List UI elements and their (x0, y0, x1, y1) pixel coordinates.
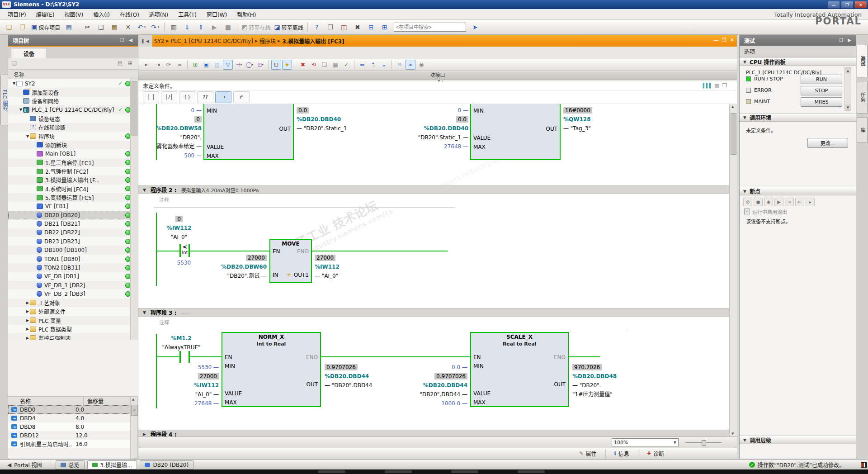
ladder-canvas[interactable]: 西门子工业 技术论坛 support.industry.siemens.com/… (138, 104, 730, 436)
menu-p[interactable]: 项目(P) (3, 9, 31, 19)
pin-out[interactable]: OUT (554, 381, 566, 388)
jump-back-icon[interactable]: ⇐ (357, 60, 367, 70)
favorites-star-icon[interactable]: ★ (282, 60, 292, 70)
window-split-icon[interactable]: ◫ (338, 22, 350, 33)
copy-icon[interactable]: ❏ (94, 22, 107, 33)
insert-empty-box-icon[interactable]: ⊡▾ (255, 60, 265, 70)
pin-en[interactable]: EN (473, 354, 481, 360)
menu-n[interactable]: 选项(N) (144, 9, 173, 19)
menu-t[interactable]: 工具(T) (173, 9, 202, 19)
download-to-device-icon[interactable]: ⇓ (181, 22, 193, 33)
window-icon[interactable]: ❐ (722, 82, 727, 89)
call-environment-header[interactable]: ▼调用环境 (740, 113, 856, 122)
zoom-select[interactable]: 100% ▼ (612, 438, 679, 446)
pin-max[interactable]: MAX (473, 399, 486, 406)
splitter-grip[interactable]: ❚◀ (138, 35, 152, 47)
compile-icon[interactable]: ▥ (167, 22, 180, 33)
tab-devices[interactable]: 设备 (11, 48, 47, 59)
change-button[interactable]: 更改... (807, 138, 848, 148)
search-next-icon[interactable]: ➤ (469, 22, 481, 33)
run-button[interactable]: RUN (801, 75, 842, 84)
tree-item[interactable]: ▼程序块 (8, 132, 138, 140)
contact-operand[interactable]: %M1.2"AlwaysTRUE" (152, 334, 211, 352)
breadcrumb-folder[interactable]: 程序块 (259, 37, 276, 45)
print-icon[interactable]: ▤ (62, 22, 75, 33)
grid-icon[interactable]: ▦ (714, 82, 719, 89)
tree-item[interactable]: DB22 [DB22] (8, 228, 138, 237)
open-branch-icon[interactable]: → (215, 91, 231, 103)
taskbar-button[interactable] (318, 470, 345, 473)
window-maximize-button[interactable]: ❐ (841, 1, 854, 9)
expand-icon[interactable]: ▶ (25, 301, 30, 305)
cut-icon[interactable]: ✂ (81, 22, 94, 33)
pin-in[interactable]: IN (273, 272, 278, 278)
collapse-icon[interactable]: ▼ (19, 108, 23, 112)
collapse-icon[interactable]: ▼ (25, 134, 30, 138)
project-search-input[interactable] (394, 23, 466, 32)
pin-value[interactable]: VALUE (225, 390, 242, 397)
window-close-button[interactable]: ✕ (854, 1, 867, 9)
pin-out[interactable]: OUT (279, 126, 291, 132)
operand-stack[interactable]: 0.0 —0.9707026%DB20.DBD44"DB20".DBD44 —1… (391, 363, 467, 408)
start-cpu-icon[interactable]: ▶ (208, 22, 221, 33)
operand-stack[interactable]: 0 —0%DB20.DBW58"DB20".雾化器频率给定 —500 — (145, 106, 202, 160)
taskbar-button[interactable] (518, 470, 545, 473)
tree-item[interactable]: VF [FB1] (8, 202, 138, 210)
open-project-icon[interactable]: ❐ (16, 22, 29, 33)
tree-item[interactable]: TON2 [DB31] (8, 263, 138, 272)
new-item-icon[interactable]: ❏ (12, 60, 17, 66)
editor-vertical-scrollbar[interactable]: ▲ ▼ (729, 104, 737, 436)
tree-item[interactable]: 4.系统时间 [FC4] (8, 185, 138, 193)
network-2-header[interactable]: ▼ 程序段 2 : 模拟量输入4-20mA对应0-1000Pa (138, 185, 730, 194)
undo-icon[interactable]: ↶▾ (135, 22, 148, 33)
go-online-small-icon[interactable]: ⌾ (395, 60, 405, 70)
cross-reference-icon[interactable]: ✖ (351, 22, 364, 33)
editor-minimize-icon[interactable]: — (713, 37, 718, 43)
refresh-icon[interactable]: ⟳ (164, 60, 174, 70)
breakpoint-icon-6[interactable]: ⇤ (795, 198, 804, 206)
pin-panel-icon[interactable]: ❐ (120, 38, 124, 43)
expand-icon[interactable]: ▶ (25, 318, 30, 322)
pin-min[interactable]: MIN (207, 108, 217, 114)
coil-icon[interactable]: ─( )─ (179, 91, 195, 103)
snapshot-icon[interactable]: ◉ (416, 60, 426, 70)
breadcrumb-plc[interactable]: PLC_1 [CPU 1214C DC/DC/Rly] (171, 38, 253, 44)
block-interface-bar[interactable]: 块接口 (138, 71, 737, 80)
mres-button[interactable]: MRES (801, 97, 842, 107)
tree-item[interactable]: 2.气锤控制 [FC2] (8, 167, 138, 175)
tree-item[interactable]: VF_DB [DB1] (8, 272, 138, 281)
stop-button[interactable]: STOP (801, 86, 842, 95)
operand-stack[interactable]: 970.7026%DB20.DBD48— "DB20"."1#压力测量值" (572, 363, 663, 399)
breakpoint-icon-4[interactable]: ▶ (774, 198, 783, 206)
editor-close-icon[interactable]: ✕ (730, 37, 734, 43)
menu-h[interactable]: 帮助(H) (232, 9, 261, 19)
tree-item[interactable]: 5.变频器运算 [FC5] (8, 193, 138, 202)
paste-network-icon[interactable]: ▦ (330, 60, 340, 70)
pin-out[interactable]: OUT (306, 381, 318, 388)
tree-item[interactable]: 设备组态 (8, 114, 138, 123)
float-panel-icon[interactable]: ❐ (839, 38, 843, 43)
network-comment-placeholder[interactable]: 注释 (159, 318, 169, 326)
goto-first-icon[interactable]: ⇤ (142, 60, 152, 70)
network-4-header[interactable]: ▶ 程序段 4 : (138, 430, 730, 436)
expand-icon[interactable]: ▶ (25, 327, 30, 331)
detail-row[interactable]: ◄DBD44.0 (8, 414, 130, 422)
taskbar-button[interactable] (385, 470, 412, 473)
tree-item[interactable]: DB100 [DB100] (8, 246, 138, 254)
expand-all-icon[interactable]: ⊞ (128, 60, 132, 66)
cpu-panel-scrollbar[interactable]: ▲▼ (844, 67, 851, 111)
breakpoint-icon-2[interactable]: ● (754, 198, 763, 206)
tree-item[interactable]: VF_DB_2 [DB3] (8, 289, 138, 298)
operand-stack[interactable]: 0.0%DB20.DBD40— "DB20".Static_1 (297, 106, 396, 133)
save-project-button[interactable]: ▣保存项目 (30, 22, 61, 33)
tab-properties[interactable]: ✎属性 (574, 448, 601, 459)
operand-stack[interactable]: 0 —0.0%DB20.DBD40"DB20".Static_1 —27648 … (392, 106, 468, 151)
insert-contact-icon[interactable]: ⊣▾ (234, 60, 244, 70)
tree-item[interactable]: 在线和诊断 (8, 123, 138, 132)
side-tab-库[interactable]: 库 (857, 117, 868, 142)
pin-out1[interactable]: OUT1 (294, 272, 309, 278)
tree-item[interactable]: ▶PLC 数据类型 (8, 325, 138, 333)
menu-i[interactable]: 插入(I) (88, 9, 115, 19)
enable-outputs-checkbox[interactable]: ✓ (744, 209, 750, 214)
limit-block-1[interactable]: MIN VALUE MAX OUT (203, 104, 294, 160)
